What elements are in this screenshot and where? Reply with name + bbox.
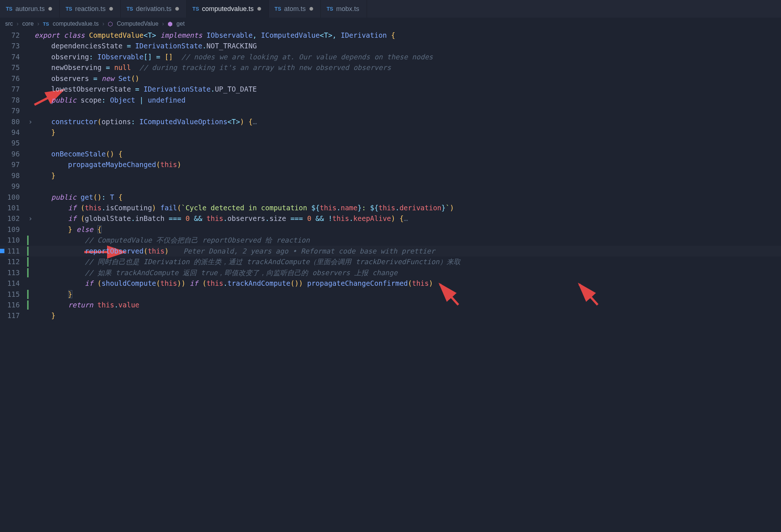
typescript-icon: TS bbox=[275, 6, 281, 12]
tab-reaction[interactable]: TS reaction.ts bbox=[60, 0, 121, 18]
line-number: 117 bbox=[0, 310, 26, 321]
typescript-icon: TS bbox=[192, 6, 199, 12]
line-number: 114 bbox=[0, 278, 26, 289]
line-number: 110 bbox=[0, 235, 26, 245]
typescript-icon: TS bbox=[6, 6, 12, 12]
editor-tabs: TS autorun.ts TS reaction.ts TS derivati… bbox=[0, 0, 781, 18]
line-number: 98 bbox=[0, 170, 26, 181]
line-number: 100 bbox=[0, 192, 26, 203]
line-number: 72 bbox=[0, 30, 26, 41]
line-number: 102 bbox=[0, 213, 26, 224]
line-number: 80 bbox=[0, 117, 26, 127]
line-number: 116 bbox=[0, 300, 26, 310]
fold-icon[interactable]: › bbox=[26, 213, 34, 224]
git-blame-annotation: Peter Donald, 2 years ago • Reformat cod… bbox=[169, 247, 435, 255]
line-number: 112 bbox=[0, 256, 26, 267]
dirty-icon bbox=[257, 7, 261, 11]
line-number: 111 bbox=[0, 246, 26, 256]
line-number: 115 bbox=[0, 289, 26, 300]
dirty-icon bbox=[175, 7, 179, 11]
line-number: 77 bbox=[0, 84, 26, 95]
dirty-icon bbox=[48, 7, 52, 11]
typescript-icon: TS bbox=[43, 21, 49, 27]
tab-autorun[interactable]: TS autorun.ts bbox=[0, 0, 60, 18]
breadcrumb[interactable]: src› core› TS computedvalue.ts› ⬡ Comput… bbox=[0, 18, 781, 30]
line-number: 109 bbox=[0, 224, 26, 235]
tab-derivation[interactable]: TS derivation.ts bbox=[121, 0, 187, 18]
line-number: 76 bbox=[0, 73, 26, 84]
line-number: 95 bbox=[0, 138, 26, 148]
typescript-icon: TS bbox=[126, 6, 133, 12]
method-icon: ⬢ bbox=[168, 21, 173, 27]
line-number: 73 bbox=[0, 41, 26, 51]
tab-atom[interactable]: TS atom.ts bbox=[269, 0, 321, 18]
line-number: 97 bbox=[0, 159, 26, 170]
line-number: 79 bbox=[0, 106, 26, 116]
typescript-icon: TS bbox=[327, 6, 333, 12]
typescript-icon: TS bbox=[66, 6, 72, 12]
line-number: 78 bbox=[0, 95, 26, 106]
line-number: 99 bbox=[0, 181, 26, 192]
line-number: 74 bbox=[0, 52, 26, 62]
fold-icon[interactable]: › bbox=[26, 117, 34, 127]
dirty-icon bbox=[309, 7, 313, 11]
code-editor[interactable]: 72export class ComputedValue<T> implemen… bbox=[0, 30, 781, 321]
tab-computedvalue[interactable]: TS computedvalue.ts bbox=[187, 0, 269, 18]
line-number: 75 bbox=[0, 62, 26, 73]
line-number: 96 bbox=[0, 149, 26, 159]
line-number: 94 bbox=[0, 127, 26, 138]
tab-mobx[interactable]: TS mobx.ts bbox=[321, 0, 367, 18]
line-number: 113 bbox=[0, 267, 26, 278]
dirty-icon bbox=[109, 7, 113, 11]
class-icon: ⬡ bbox=[108, 21, 113, 27]
line-number: 101 bbox=[0, 203, 26, 213]
